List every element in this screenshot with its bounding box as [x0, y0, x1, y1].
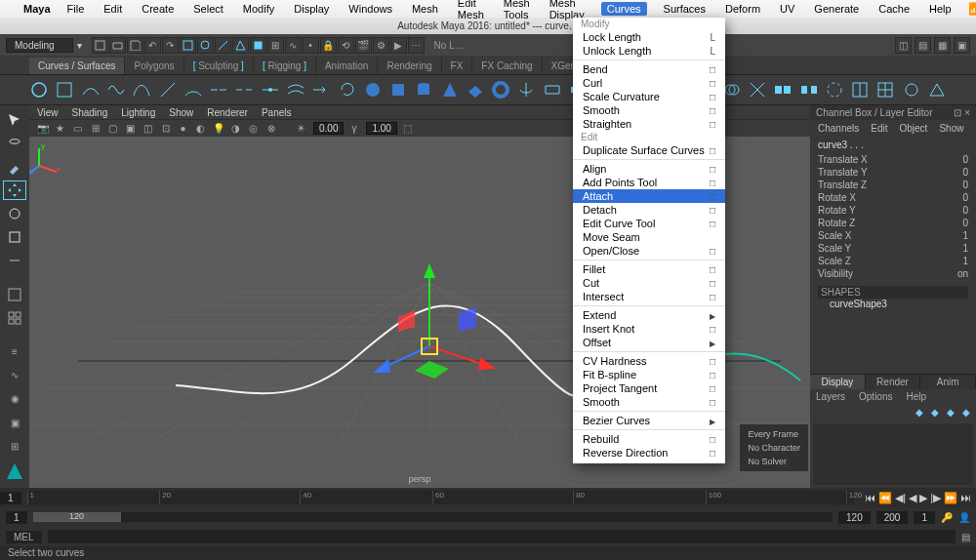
script-lang-label[interactable]: MEL [6, 531, 42, 543]
hypershade-icon[interactable]: ◉ [4, 390, 25, 408]
menu-edit-curve-tool[interactable]: Edit Curve Tool [573, 217, 725, 230]
attr-value[interactable]: 0 [962, 154, 968, 165]
exposure-value[interactable]: 0.00 [313, 122, 344, 135]
attr-value[interactable]: 1 [962, 256, 968, 266]
vt-lights-icon[interactable]: 💡 [211, 121, 225, 136]
vt-exposure-icon[interactable]: ☀ [294, 121, 308, 136]
insert-iso-icon[interactable] [850, 79, 870, 100]
menu-align[interactable]: Align [573, 162, 725, 176]
menu-unlock-length[interactable]: Unlock LengthL [573, 44, 725, 58]
play-back-icon[interactable]: ◀ [909, 492, 916, 504]
selected-node-name[interactable]: curve3 . . . [818, 140, 968, 150]
menu-offset[interactable]: Offset [573, 336, 725, 349]
go-start-icon[interactable]: ⏮ [865, 492, 875, 504]
arc-icon[interactable] [183, 79, 203, 100]
shelf-tab-polygons[interactable]: Polygons [125, 58, 183, 74]
menu-curves[interactable]: Curves [601, 2, 647, 16]
rotate-tool-icon[interactable] [4, 205, 25, 222]
select-object-icon[interactable] [180, 37, 196, 54]
attr-value[interactable]: 0 [962, 205, 968, 216]
new-scene-icon[interactable] [92, 37, 108, 54]
cb-tab-show[interactable]: Show [939, 123, 963, 134]
ep-curve-icon[interactable] [81, 79, 101, 100]
vt-grid-icon[interactable]: ⊞ [88, 121, 102, 136]
bezier-curve-icon[interactable] [132, 79, 151, 100]
menu-fit-bspline[interactable]: Fit B-spline [573, 368, 725, 381]
layer-list[interactable] [813, 423, 973, 485]
nurbs-torus-icon[interactable] [491, 79, 510, 100]
render-icon[interactable]: 🎬 [355, 37, 372, 54]
menu-select[interactable]: Select [190, 2, 226, 16]
channelbox-icon[interactable]: ▤ [915, 37, 931, 54]
go-end-icon[interactable]: ⏭ [960, 492, 971, 504]
extend-curve-icon[interactable] [311, 79, 331, 100]
wifi-icon[interactable]: 📶 [968, 2, 976, 16]
prev-key-icon[interactable]: ◀| [895, 492, 906, 504]
sculpt-surf-icon[interactable] [902, 79, 921, 100]
open-close-surf-icon[interactable] [825, 79, 844, 100]
chevron-down-icon[interactable]: ▾ [77, 40, 82, 51]
four-pane-icon[interactable] [4, 309, 25, 327]
attr-value[interactable]: 1 [962, 230, 968, 241]
view-menu-view[interactable]: View [37, 107, 59, 118]
current-frame-start[interactable]: 1 [0, 492, 21, 504]
layout-icon[interactable]: ◫ [895, 37, 912, 54]
menu-detach[interactable]: Detach [573, 203, 725, 217]
playback-mode[interactable]: Every Frame [748, 427, 800, 441]
attr-value[interactable]: 0 [962, 180, 968, 190]
cv-curve-icon[interactable] [106, 79, 126, 100]
last-tool-icon[interactable] [4, 252, 25, 269]
menu-intersect[interactable]: Intersect [573, 290, 725, 303]
menu-cut[interactable]: Cut [573, 276, 725, 290]
vt-wire-icon[interactable]: ⊡ [158, 121, 173, 136]
vt-image-plane-icon[interactable]: ▭ [70, 121, 85, 136]
le-menu-layers[interactable]: Layers [816, 391, 845, 402]
select-vertex-icon[interactable] [197, 37, 214, 54]
view-menu-panels[interactable]: Panels [262, 107, 292, 118]
vt-viewport2-icon[interactable]: ⬚ [400, 121, 415, 136]
menu-rebuild[interactable]: Rebuild [573, 432, 725, 446]
menu-bezier-curves[interactable]: Bezier Curves [573, 414, 725, 427]
loft-icon[interactable] [543, 79, 562, 100]
tooloptions-icon[interactable]: ▣ [954, 37, 970, 54]
rebuild-surf-icon[interactable] [875, 79, 895, 100]
menu-open-close[interactable]: Open/Close [573, 244, 725, 258]
menu-bend[interactable]: Bend [573, 62, 725, 76]
more-icon[interactable]: ⋯ [408, 37, 425, 54]
rebuild-curve-icon[interactable] [337, 79, 356, 100]
menu-deform[interactable]: Deform [722, 2, 763, 16]
app-name[interactable]: Maya [23, 3, 51, 15]
view-menu-show[interactable]: Show [169, 107, 193, 118]
detach-surf-icon[interactable] [798, 79, 818, 100]
vt-gate-mask-icon[interactable]: ◫ [141, 121, 155, 136]
layer-add-icon[interactable]: ◆ [962, 407, 970, 418]
surface-edit-icon[interactable] [927, 79, 947, 100]
vt-textured-icon[interactable]: ◐ [193, 121, 208, 136]
menu-attach[interactable]: Attach [573, 189, 725, 203]
pencil-curve-icon[interactable] [157, 79, 177, 100]
history-icon[interactable]: ⟲ [338, 37, 354, 54]
snap-curve-icon[interactable]: ∿ [285, 37, 302, 54]
menu-cache[interactable]: Cache [875, 2, 913, 16]
vt-bookmark-icon[interactable]: ★ [53, 121, 67, 136]
layer-new-icon[interactable]: ◆ [915, 407, 923, 418]
vt-xray-icon[interactable]: ⊗ [264, 121, 278, 136]
uv-editor-icon[interactable]: ⊞ [4, 437, 25, 455]
prefs-icon[interactable]: 👤 [958, 512, 970, 523]
outliner-icon[interactable]: ≡ [4, 343, 25, 361]
menu-insert-knot[interactable]: Insert Knot [573, 322, 725, 336]
step-fwd-icon[interactable]: ⏩ [944, 492, 957, 504]
shelf-tab-curves-surfaces[interactable]: Curves / Surfaces [29, 58, 125, 74]
anim-end[interactable]: 200 [876, 511, 909, 524]
menu-mesh[interactable]: Mesh [409, 2, 441, 16]
le-menu-options[interactable]: Options [859, 391, 892, 402]
layer-down-icon[interactable]: ◆ [947, 407, 955, 418]
paint-select-icon[interactable] [4, 158, 25, 176]
open-scene-icon[interactable] [109, 37, 126, 54]
nurbs-plane-icon[interactable] [466, 79, 485, 100]
undo-icon[interactable]: ↶ [144, 37, 161, 54]
redo-icon[interactable]: ↷ [162, 37, 179, 54]
shelf-tab-rigging[interactable]: Rigging [254, 58, 316, 74]
menu-extend[interactable]: Extend [573, 308, 725, 322]
vt-res-gate-icon[interactable]: ▣ [123, 121, 138, 136]
